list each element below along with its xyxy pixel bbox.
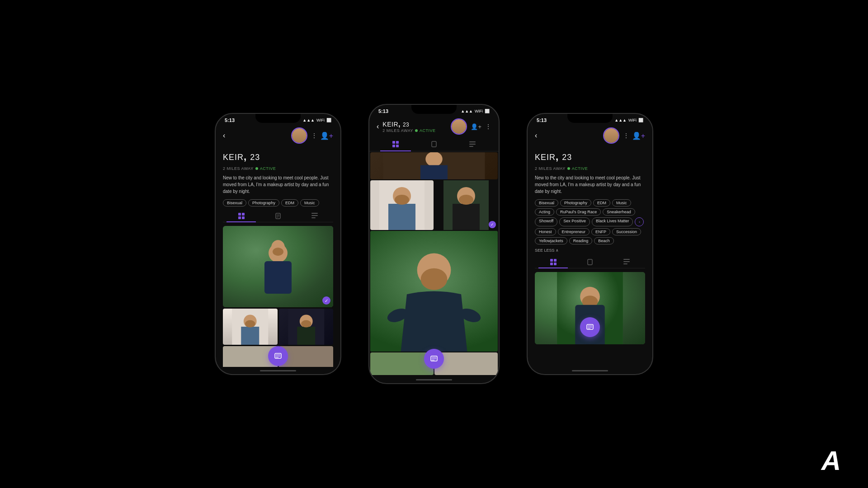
see-less-3[interactable]: SEE LESS ∧ (535, 248, 645, 253)
wifi-icon-2: WiFi (475, 109, 483, 113)
more-button-3[interactable]: ⋮ (623, 132, 629, 139)
profile-tab-lines-1[interactable] (297, 210, 333, 222)
notch-1 (255, 114, 301, 123)
battery-icon-2: ⬜ (485, 109, 490, 113)
content-1: KEIR, 23 2 MILES AWAY ACTIVE New to the … (216, 146, 340, 367)
svg-rect-32 (388, 204, 415, 230)
avatar-2 (451, 118, 467, 135)
profile-tab-lines-3[interactable] (609, 256, 645, 268)
tab-grid-2[interactable] (377, 137, 415, 151)
wifi-icon-3: WiFi (628, 118, 637, 122)
check-badge-1: ✓ (322, 296, 330, 305)
bot-2-2 (434, 352, 498, 375)
svg-point-38 (459, 195, 473, 205)
tag-sexp-3: Sex Positive (559, 217, 590, 226)
lines-icon-3 (623, 259, 630, 264)
active-dot-1 (255, 167, 258, 170)
svg-rect-26 (469, 146, 473, 147)
more-button-1[interactable]: ⋮ (311, 132, 317, 139)
svg-point-14 (245, 320, 255, 328)
tags-expanded-3: Bisexual Photography EDM Music Acting Ru… (535, 199, 645, 244)
phone-1: 5:13 ▲▲▲ WiFi ⬜ ‹ ⋮ 👤+ (215, 113, 341, 375)
tag-photography-1: Photography (248, 199, 279, 206)
bio-1: New to the city and looking to meet cool… (223, 174, 333, 195)
svg-point-18 (301, 320, 311, 328)
avatar-3 (603, 127, 619, 144)
svg-rect-37 (453, 204, 480, 230)
tag-reading-3: Reading (569, 237, 593, 244)
tab-lines-2[interactable] (453, 137, 491, 151)
tag-bisexual-3: Bisexual (535, 199, 558, 206)
svg-rect-29 (420, 165, 448, 180)
fab-button-3[interactable] (580, 317, 600, 337)
back-button-2[interactable]: ‹ (377, 122, 379, 131)
svg-rect-13 (241, 327, 259, 345)
tag-succession-3: Succession (612, 228, 641, 235)
add-user-button-1[interactable]: 👤+ (320, 131, 333, 140)
phone-3: 5:13 ▲▲▲ WiFi ⬜ ‹ ⋮ 👤+ (527, 113, 653, 375)
tab-doc-2[interactable] (415, 137, 453, 151)
active-dot-3 (567, 167, 570, 170)
content-3: KEIR, 23 2 MILES AWAY ACTIVE New to the … (528, 146, 652, 367)
status-icons-3: ▲▲▲ WiFi ⬜ (614, 118, 643, 122)
middle-left-2 (370, 180, 434, 230)
tag-drag-3: RuPaul's Drag Race (556, 208, 601, 216)
tags-row-1: Bisexual Photography EDM Music (223, 199, 333, 206)
add-user-icon-2[interactable]: 👤+ (471, 123, 481, 130)
signal-icon-3: ▲▲▲ (614, 118, 627, 122)
active-dot-2 (415, 129, 418, 132)
more-button-2[interactable]: ⋮ (485, 123, 491, 130)
tag-music-3: Music (612, 199, 631, 206)
photo-grid-1: ✓ (223, 226, 333, 345)
tag-beach-3: Beach (594, 237, 614, 244)
profile-tab-doc-1[interactable] (259, 210, 296, 222)
status-time-2: 5:13 (378, 108, 388, 114)
middle-photos-2: ✓ (370, 180, 498, 230)
svg-point-42 (421, 268, 448, 290)
tag-entrepreneur-3: Entrepreneur (558, 228, 590, 235)
lines-icon-1 (311, 213, 318, 218)
tag-photography-3: Photography (560, 199, 591, 206)
fab-button-2[interactable] (424, 349, 444, 369)
back-button-3[interactable]: ‹ (535, 131, 537, 140)
avatar-1 (291, 127, 307, 144)
profile-scroll-3: KEIR, 23 2 MILES AWAY ACTIVE New to the … (528, 146, 652, 367)
notch-2 (411, 105, 457, 114)
location-3: 2 MILES AWAY ACTIVE (535, 166, 645, 171)
svg-rect-17 (297, 327, 315, 345)
profile-tab-doc-3[interactable] (571, 256, 608, 268)
svg-rect-8 (264, 261, 292, 294)
phones-container: 5:13 ▲▲▲ WiFi ⬜ ‹ ⋮ 👤+ (215, 104, 653, 384)
bio-3: New to the city and looking to meet cool… (535, 174, 645, 195)
svg-rect-5 (311, 215, 318, 216)
home-bar-1 (260, 370, 296, 371)
add-user-button-3[interactable]: 👤+ (632, 131, 645, 140)
wifi-icon-1: WiFi (316, 118, 325, 122)
doc-icon-3 (587, 259, 593, 265)
phone-2: 5:13 ▲▲▲ WiFi ⬜ ‹ KEIR, 23 2 MILES AWAY (368, 104, 500, 384)
svg-rect-4 (311, 213, 318, 214)
profile-tabs-3 (535, 256, 645, 268)
back-button-1[interactable]: ‹ (223, 131, 225, 140)
profile-tab-grid-3[interactable] (535, 256, 571, 268)
photo-row-1 (223, 309, 333, 345)
check-2: ✓ (489, 221, 496, 228)
profile-tab-grid-1[interactable] (223, 210, 259, 222)
status-icons-2: ▲▲▲ WiFi ⬜ (461, 109, 490, 113)
svg-rect-49 (588, 259, 592, 265)
tag-showoff-3: Showoff (535, 217, 557, 226)
location-1: 2 MILES AWAY ACTIVE (223, 166, 333, 171)
tag-edm-3: EDM (593, 199, 610, 206)
home-indicator-2 (369, 376, 499, 383)
lines-tab-icon-2 (469, 141, 476, 147)
profile-tabs-1 (223, 210, 333, 222)
large-photo-2 (370, 231, 498, 352)
notch-3 (567, 114, 613, 123)
battery-icon-1: ⬜ (326, 118, 331, 122)
svg-rect-52 (623, 263, 627, 264)
fab-button-1[interactable] (268, 346, 288, 366)
status-time-3: 5:13 (537, 117, 547, 123)
svg-rect-6 (311, 217, 316, 218)
svg-point-10 (273, 248, 283, 256)
doc-tab-icon-2 (431, 141, 437, 147)
